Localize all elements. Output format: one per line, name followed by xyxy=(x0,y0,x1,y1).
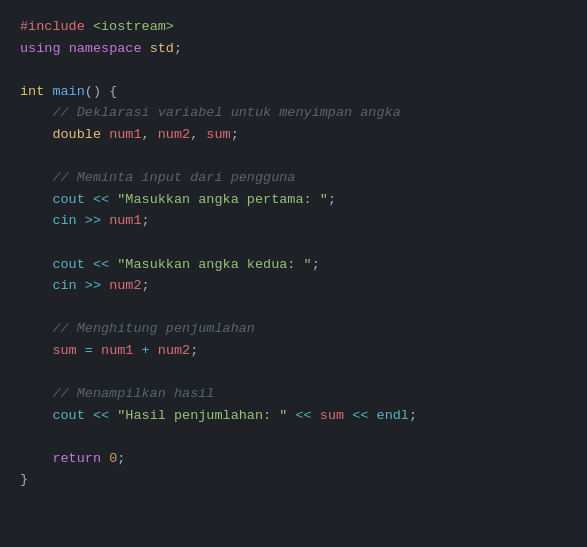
token-plain xyxy=(101,451,109,466)
token-plain xyxy=(101,213,109,228)
token-var: sum xyxy=(320,408,344,423)
token-plain xyxy=(368,408,376,423)
token-func-name: main xyxy=(52,84,84,99)
line-indent xyxy=(20,343,52,358)
line-indent xyxy=(20,278,52,293)
blank-line xyxy=(20,232,567,254)
code-line: return 0; xyxy=(20,448,567,470)
token-string: "Masukkan angka kedua: " xyxy=(117,257,311,272)
token-plain xyxy=(93,343,101,358)
blank-line xyxy=(20,297,567,319)
line-indent xyxy=(20,170,52,185)
code-line: using namespace std; xyxy=(20,38,567,60)
token-operator: << xyxy=(93,257,109,272)
code-line: #include <iostream> xyxy=(20,16,567,38)
token-string: "Masukkan angka pertama: " xyxy=(117,192,328,207)
line-indent xyxy=(20,451,52,466)
token-punct: ; xyxy=(409,408,417,423)
token-operator: << xyxy=(295,408,311,423)
token-comment: // Deklarasi variabel untuk menyimpan an… xyxy=(52,105,400,120)
token-punct: ; xyxy=(190,343,198,358)
code-line: double num1, num2, sum; xyxy=(20,124,567,146)
token-plain xyxy=(101,127,109,142)
token-plain: , xyxy=(142,127,158,142)
code-line: } xyxy=(20,469,567,491)
token-operator: >> xyxy=(85,278,101,293)
token-stream: cin xyxy=(52,213,76,228)
blank-line xyxy=(20,426,567,448)
blank-line xyxy=(20,59,567,81)
token-comment: // Menghitung penjumlahan xyxy=(52,321,255,336)
token-keyword: using xyxy=(20,41,61,56)
line-indent xyxy=(20,192,52,207)
token-punct: ; xyxy=(328,192,336,207)
token-var: sum xyxy=(52,343,76,358)
code-line: cin >> num2; xyxy=(20,275,567,297)
token-stream: cout xyxy=(52,257,84,272)
line-indent xyxy=(20,127,52,142)
token-var: num1 xyxy=(109,127,141,142)
token-std-name: std xyxy=(150,41,174,56)
token-punct: ; xyxy=(142,278,150,293)
token-punct: ; xyxy=(312,257,320,272)
token-plain xyxy=(77,343,85,358)
token-plain xyxy=(77,278,85,293)
token-plain xyxy=(61,41,69,56)
token-operator: = xyxy=(85,343,93,358)
token-comment: // Menampilkan hasil xyxy=(52,386,214,401)
token-var: num2 xyxy=(109,278,141,293)
token-operator: << xyxy=(93,192,109,207)
token-punct: } xyxy=(20,472,28,487)
line-indent xyxy=(20,408,52,423)
token-punct: ; xyxy=(174,41,182,56)
token-plain: , xyxy=(190,127,206,142)
code-line: cout << "Masukkan angka pertama: "; xyxy=(20,189,567,211)
token-keyword: namespace xyxy=(69,41,142,56)
code-line: // Deklarasi variabel untuk menyimpan an… xyxy=(20,102,567,124)
token-type: double xyxy=(52,127,101,142)
token-plain xyxy=(142,41,150,56)
token-var: sum xyxy=(206,127,230,142)
line-indent xyxy=(20,386,52,401)
line-indent xyxy=(20,257,52,272)
token-plain xyxy=(312,408,320,423)
code-line: cout << "Hasil penjumlahan: " << sum << … xyxy=(20,405,567,427)
code-content: #include <iostream>using namespace std;i… xyxy=(20,16,567,491)
token-var: num2 xyxy=(158,127,190,142)
code-editor: #include <iostream>using namespace std;i… xyxy=(0,0,587,547)
token-operator: << xyxy=(93,408,109,423)
line-indent xyxy=(20,105,52,120)
token-preprocessor: #include xyxy=(20,19,85,34)
token-plain xyxy=(150,343,158,358)
token-include-lib: <iostream> xyxy=(93,19,174,34)
token-plain xyxy=(85,19,93,34)
token-plain xyxy=(85,408,93,423)
line-indent xyxy=(20,321,52,336)
token-comment: // Meminta input dari pengguna xyxy=(52,170,295,185)
token-operator: << xyxy=(352,408,368,423)
token-plain xyxy=(77,213,85,228)
blank-line xyxy=(20,146,567,168)
code-line: cout << "Masukkan angka kedua: "; xyxy=(20,254,567,276)
code-line: // Menampilkan hasil xyxy=(20,383,567,405)
token-string: "Hasil penjumlahan: " xyxy=(117,408,287,423)
token-stream: cin xyxy=(52,278,76,293)
code-line: // Meminta input dari pengguna xyxy=(20,167,567,189)
token-punct: ; xyxy=(142,213,150,228)
token-plain xyxy=(344,408,352,423)
blank-line xyxy=(20,362,567,384)
token-type: int xyxy=(20,84,44,99)
token-plain xyxy=(85,192,93,207)
code-line: // Menghitung penjumlahan xyxy=(20,318,567,340)
code-line: sum = num1 + num2; xyxy=(20,340,567,362)
token-stream: cout xyxy=(52,408,84,423)
token-stream: cout xyxy=(52,192,84,207)
token-operator: >> xyxy=(85,213,101,228)
code-line: cin >> num1; xyxy=(20,210,567,232)
token-punct: ; xyxy=(231,127,239,142)
token-plain xyxy=(133,343,141,358)
token-plain xyxy=(85,257,93,272)
token-plain xyxy=(101,278,109,293)
token-keyword: return xyxy=(52,451,101,466)
token-var: num1 xyxy=(109,213,141,228)
